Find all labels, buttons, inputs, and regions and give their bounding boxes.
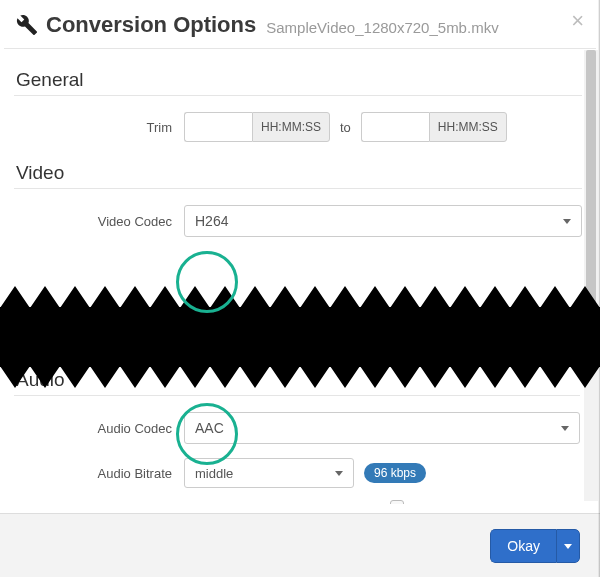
video-codec-value: H264 — [195, 213, 228, 229]
divider — [14, 395, 580, 396]
close-button[interactable]: × — [571, 10, 584, 32]
scrollbar[interactable] — [584, 50, 598, 501]
okay-button[interactable]: Okay — [490, 529, 556, 563]
video-codec-label: Video Codec — [14, 214, 184, 229]
video-codec-field: H264 — [184, 205, 582, 237]
section-audio: Audio Audio Codec AAC Audio Bitrate midd… — [14, 369, 580, 504]
trim-start-group: HH:MM:SS — [184, 112, 330, 142]
slider-handle[interactable] — [390, 500, 404, 504]
dialog-header: Conversion Options SampleVideo_1280x720_… — [0, 0, 600, 48]
audio-bitrate-value: middle — [195, 466, 233, 481]
okay-split-button: Okay — [490, 529, 580, 563]
video-codec-select[interactable]: H264 — [184, 205, 582, 237]
trim-label: Trim — [14, 120, 184, 135]
dialog-body: General Trim HH:MM:SS to HH:MM:SS — [0, 49, 600, 504]
audio-codec-field: AAC — [184, 412, 580, 444]
audio-codec-value: AAC — [195, 420, 224, 436]
section-video: Video Video Codec H264 — [14, 162, 582, 237]
trim-to-label: to — [340, 120, 351, 135]
trim-fields: HH:MM:SS to HH:MM:SS — [184, 112, 582, 142]
audio-codec-row: Audio Codec AAC — [14, 412, 580, 444]
dialog-title: Conversion Options — [46, 12, 256, 38]
dialog-footer: Okay — [0, 513, 600, 577]
audio-bitrate-field: middle 96 kbps — [184, 458, 580, 488]
audio-codec-select[interactable]: AAC — [184, 412, 580, 444]
audio-bitrate-label: Audio Bitrate — [14, 466, 184, 481]
section-title-general: General — [16, 69, 582, 91]
divider — [14, 188, 582, 189]
audio-bitrate-badge: 96 kbps — [364, 463, 426, 483]
trim-end-unit: HH:MM:SS — [429, 112, 507, 142]
dialog-subtitle: SampleVideo_1280x720_5mb.mkv — [266, 19, 498, 36]
audio-bitrate-slider-row — [14, 502, 580, 504]
audio-bitrate-row: Audio Bitrate middle 96 kbps — [14, 458, 580, 488]
okay-dropdown-toggle[interactable] — [556, 529, 580, 563]
content-tear — [0, 307, 600, 367]
section-general: General Trim HH:MM:SS to HH:MM:SS — [14, 69, 582, 142]
conversion-options-dialog: Conversion Options SampleVideo_1280x720_… — [0, 0, 600, 577]
audio-bitrate-slider[interactable] — [184, 502, 444, 504]
video-codec-row: Video Codec H264 — [14, 205, 582, 237]
trim-start-unit: HH:MM:SS — [252, 112, 330, 142]
close-icon: × — [571, 8, 584, 33]
trim-row: Trim HH:MM:SS to HH:MM:SS — [14, 112, 582, 142]
audio-codec-label: Audio Codec — [14, 421, 184, 436]
divider — [14, 95, 582, 96]
wrench-icon — [16, 14, 38, 36]
trim-end-group: HH:MM:SS — [361, 112, 507, 142]
trim-start-input[interactable] — [184, 112, 252, 142]
trim-end-input[interactable] — [361, 112, 429, 142]
audio-bitrate-select[interactable]: middle — [184, 458, 354, 488]
section-title-video: Video — [16, 162, 582, 184]
